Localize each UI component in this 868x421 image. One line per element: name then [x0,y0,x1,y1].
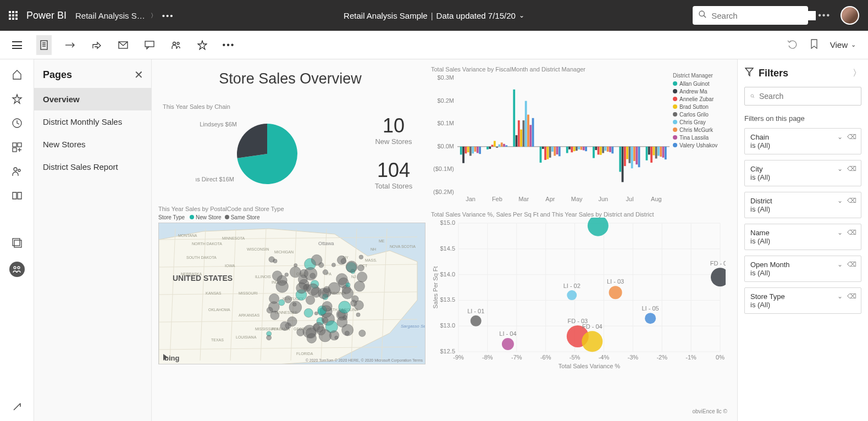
subscribe-icon[interactable] [115,35,131,55]
filter-card[interactable]: Store Typeis (All)⌄⌫ [744,287,861,314]
eraser-icon[interactable]: ⌫ [847,197,856,204]
filter-value: is (All) [750,269,855,277]
more-icon[interactable]: ••• [162,11,174,20]
filter-card[interactable]: Districtis (All)⌄⌫ [744,192,861,218]
bar-chart[interactable]: $0.3M$0.2M$0.1M$0.0M($0.1M)($0.2M)JanFeb… [431,73,673,204]
svg-rect-16 [13,148,16,152]
svg-rect-217 [568,147,571,149]
page-tab[interactable]: District Sales Report [34,156,151,178]
page-tab[interactable]: District Monthly Sales [34,110,151,133]
create-icon[interactable] [12,142,23,153]
svg-rect-204 [532,118,534,147]
svg-rect-193 [503,144,505,147]
teams-icon[interactable] [168,35,184,55]
chevron-down-icon[interactable]: ⌄ [837,229,843,236]
svg-rect-192 [501,142,503,146]
more-icon[interactable]: ••• [221,35,236,55]
svg-rect-197 [516,135,518,147]
page-tab[interactable]: Overview [34,88,151,110]
svg-point-149 [270,311,279,320]
eraser-icon[interactable]: ⌫ [847,292,856,300]
svg-rect-179 [467,147,469,152]
filters-search-field[interactable] [759,92,855,101]
svg-text:Feb: Feb [492,196,502,202]
eraser-icon[interactable]: ⌫ [847,261,856,268]
favorite-icon[interactable] [195,35,210,55]
chevron-down-icon: ⌄ [851,41,856,48]
undo-icon[interactable] [787,39,798,51]
svg-text:$0.1M: $0.1M [437,120,454,126]
page-tab[interactable]: New Stores [34,133,151,156]
recent-icon[interactable] [12,118,23,129]
chevron-down-icon[interactable]: ⌄ [837,165,843,173]
svg-text:($0.2M): ($0.2M) [433,189,454,195]
export-icon[interactable] [63,35,78,55]
svg-point-164 [346,282,350,287]
file-icon[interactable] [36,35,52,55]
svg-text:Jan: Jan [466,196,476,202]
eraser-icon[interactable]: ⌫ [847,165,856,173]
svg-rect-233 [609,147,611,152]
map-visual[interactable]: MONTANANORTH DAKOTASOUTH DAKOTAMINNESOTA… [158,223,425,364]
svg-point-24 [18,267,20,269]
more-icon[interactable]: ••• [818,10,831,20]
filter-card[interactable]: Nameis (All)⌄⌫ [744,224,861,250]
svg-text:Apr: Apr [545,196,555,202]
report-title-center[interactable]: Retail Analysis Sample | Data updated 7/… [344,11,524,20]
workspaces-icon[interactable] [12,237,23,248]
svg-rect-207 [542,147,544,149]
filter-value: is (All) [750,173,855,181]
svg-point-154 [337,317,347,327]
filters-search[interactable] [744,87,861,106]
comment-icon[interactable] [142,35,157,55]
nav-toggle-icon[interactable] [12,41,22,49]
svg-text:$14.0: $14.0 [440,271,455,278]
svg-marker-308 [745,68,753,76]
svg-text:UNITED STATES: UNITED STATES [173,274,233,282]
svg-rect-251 [657,147,660,156]
app-launcher-icon[interactable] [9,11,18,20]
scatter-chart[interactable]: $15.0$14.5$14.0$13.5$13.0$12.5-9%-8%-7%-… [431,218,726,372]
home-icon[interactable] [12,69,23,80]
get-data-icon[interactable] [12,401,23,412]
search-input[interactable] [693,6,808,25]
close-icon[interactable]: ✕ [134,68,143,81]
svg-line-310 [753,97,754,98]
svg-marker-11 [198,41,207,49]
eraser-icon[interactable]: ⌫ [847,133,856,141]
eraser-icon[interactable]: ⌫ [847,229,856,236]
bookmark-icon[interactable] [810,39,818,51]
learn-icon[interactable] [12,190,23,201]
chevron-down-icon[interactable]: ⌄ [837,292,843,300]
pie-chart[interactable]: Lindseys $6MFashions Direct $16M [196,110,339,203]
svg-rect-254 [665,147,667,159]
svg-rect-229 [600,147,602,155]
svg-text:WISCONSIN: WISCONSIN [247,247,269,251]
chevron-down-icon[interactable]: ⌄ [837,197,843,204]
svg-rect-238 [624,147,626,166]
search-field[interactable] [711,11,816,20]
svg-text:LI - 01: LI - 01 [467,308,484,314]
view-button[interactable]: View⌄ [830,40,856,49]
svg-text:Lindseys $6M: Lindseys $6M [200,121,237,128]
favorites-icon[interactable] [12,93,23,104]
titlebar: Power BI Retail Analysis S… 〉 ••• Retail… [0,0,868,31]
svg-rect-253 [662,147,665,158]
svg-point-105 [359,330,366,336]
chevron-right-icon[interactable]: 〉 [853,68,861,79]
svg-point-157 [339,301,351,313]
svg-text:FLORIDA: FLORIDA [296,352,313,356]
filter-card[interactable]: Cityis (All)⌄⌫ [744,160,861,186]
chevron-down-icon[interactable]: ⌄ [837,261,843,268]
avatar[interactable] [841,6,859,25]
shared-icon[interactable] [12,166,23,177]
svg-text:Mar: Mar [518,196,529,202]
svg-point-144 [345,331,349,335]
my-workspace-icon[interactable] [9,262,25,277]
chevron-down-icon[interactable]: ⌄ [837,133,843,141]
chevron-down-icon: ⌄ [519,12,524,19]
filter-card[interactable]: Open Monthis (All)⌄⌫ [744,256,861,282]
breadcrumb-workspace[interactable]: Retail Analysis S… [75,11,145,20]
filter-card[interactable]: Chainis (All)⌄⌫ [744,128,861,154]
share-icon[interactable] [89,35,104,55]
